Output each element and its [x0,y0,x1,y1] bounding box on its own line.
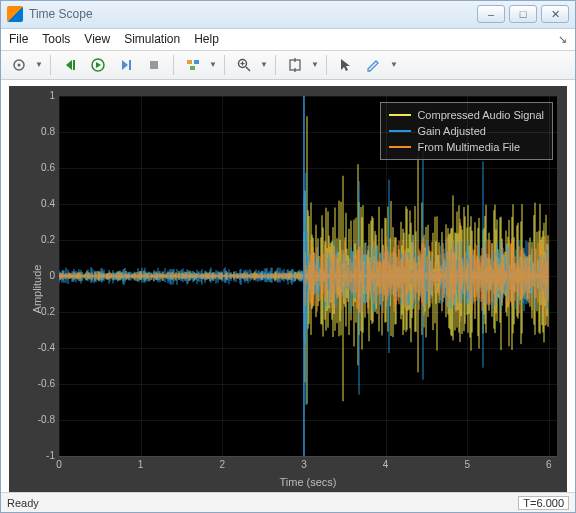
close-button[interactable]: ✕ [541,5,569,23]
x-tick-label: 3 [294,459,314,470]
legend-swatch [389,146,411,148]
x-axis-label: Time (secs) [9,476,567,488]
cursor-button[interactable] [334,53,358,77]
menubar: File Tools View Simulation Help ↘ [1,29,575,51]
y-tick-label: -0.4 [27,342,55,353]
autoscale-button[interactable] [283,53,307,77]
y-tick-label: 0 [27,270,55,281]
window-frame: Time Scope – □ ✕ File Tools View Simulat… [0,0,576,513]
step-forward-button[interactable] [114,53,138,77]
y-tick-label: -0.6 [27,378,55,389]
y-tick-label: 0.4 [27,198,55,209]
x-tick-label: 5 [457,459,477,470]
dropdown-icon[interactable]: ▼ [209,60,217,69]
config-button[interactable] [181,53,205,77]
legend-label: Gain Adjusted [417,125,486,137]
y-tick-label: 0.2 [27,234,55,245]
y-tick-label: 0.6 [27,162,55,173]
plot-frame[interactable]: Amplitude Time (secs) Compressed Audio S… [9,86,567,492]
menu-view[interactable]: View [84,32,110,46]
menu-tools[interactable]: Tools [42,32,70,46]
legend-label: Compressed Audio Signal [417,109,544,121]
svg-line-10 [246,67,250,71]
annotate-button[interactable] [362,53,386,77]
settings-button[interactable] [7,53,31,77]
status-ready: Ready [7,497,39,509]
dropdown-icon[interactable]: ▼ [311,60,319,69]
window-title: Time Scope [29,7,477,21]
svg-rect-6 [187,60,192,64]
svg-rect-4 [129,60,131,70]
step-back-button[interactable] [58,53,82,77]
x-tick-label: 1 [131,459,151,470]
x-tick-label: 4 [376,459,396,470]
x-tick-label: 2 [212,459,232,470]
plot-area: Amplitude Time (secs) Compressed Audio S… [1,80,575,492]
x-tick-label: 6 [539,459,559,470]
y-tick-label: 1 [27,90,55,101]
stop-button[interactable] [142,53,166,77]
y-tick-label: -0.2 [27,306,55,317]
dropdown-icon[interactable]: ▼ [35,60,43,69]
svg-rect-2 [73,60,75,70]
run-button[interactable] [86,53,110,77]
status-time: T=6.000 [518,496,569,510]
toolbar: ▼ ▼ ▼ ▼ ▼ [1,51,575,81]
menu-help[interactable]: Help [194,32,219,46]
x-tick-label: 0 [49,459,69,470]
menu-file[interactable]: File [9,32,28,46]
maximize-button[interactable]: □ [509,5,537,23]
zoom-button[interactable] [232,53,256,77]
menu-dock-icon[interactable]: ↘ [558,33,567,46]
y-tick-label: 0.8 [27,126,55,137]
svg-point-1 [18,63,21,66]
minimize-button[interactable]: – [477,5,505,23]
svg-rect-7 [194,60,199,64]
legend-swatch [389,114,411,116]
svg-rect-8 [190,66,195,70]
app-icon [7,6,23,22]
menu-simulation[interactable]: Simulation [124,32,180,46]
y-tick-label: -0.8 [27,414,55,425]
svg-rect-5 [150,61,158,69]
dropdown-icon[interactable]: ▼ [260,60,268,69]
legend-label: From Multimedia File [417,141,520,153]
dropdown-icon[interactable]: ▼ [390,60,398,69]
titlebar[interactable]: Time Scope – □ ✕ [1,1,575,29]
statusbar: Ready T=6.000 [1,492,575,512]
